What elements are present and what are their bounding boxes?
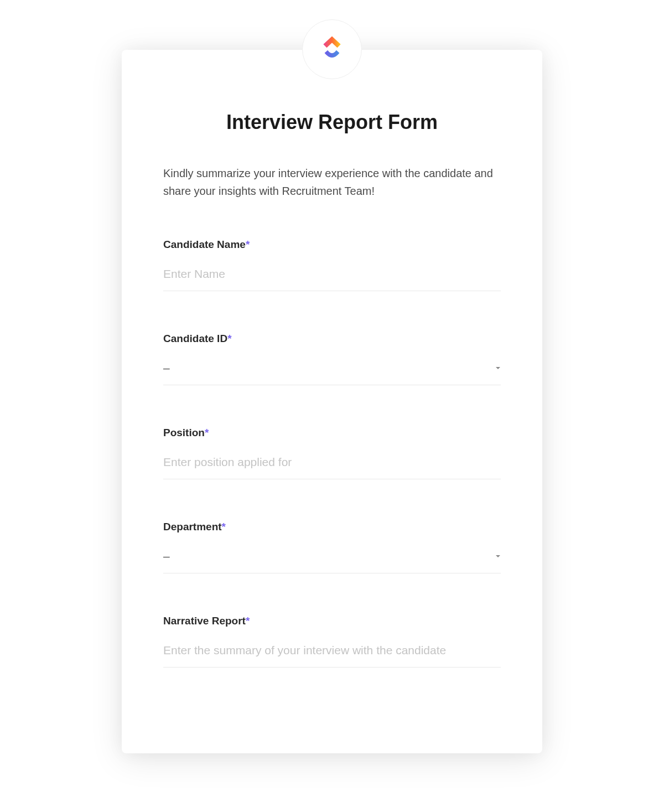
candidate-id-label: Candidate ID*: [163, 333, 501, 345]
required-indicator: *: [227, 333, 231, 344]
chevron-down-icon: [495, 554, 501, 559]
position-field: Position*: [163, 427, 501, 479]
required-indicator: *: [246, 615, 250, 627]
position-label: Position*: [163, 427, 501, 439]
department-selected: –: [163, 550, 170, 563]
clickup-logo-icon: [317, 34, 347, 65]
department-field: Department* –: [163, 521, 501, 573]
narrative-report-input[interactable]: [163, 639, 501, 668]
candidate-name-label: Candidate Name*: [163, 239, 501, 251]
required-indicator: *: [246, 239, 250, 250]
form-card: Interview Report Form Kindly summarize y…: [122, 50, 542, 753]
form-title: Interview Report Form: [163, 111, 501, 134]
form-description: Kindly summarize your interview experien…: [163, 164, 501, 200]
logo-container: [302, 19, 362, 79]
required-indicator: *: [222, 521, 226, 532]
chevron-down-icon: [495, 365, 501, 371]
candidate-name-field: Candidate Name*: [163, 239, 501, 291]
candidate-name-input[interactable]: [163, 263, 501, 291]
candidate-id-selected: –: [163, 361, 170, 375]
department-label: Department*: [163, 521, 501, 533]
candidate-id-field: Candidate ID* –: [163, 333, 501, 385]
narrative-report-field: Narrative Report*: [163, 615, 501, 668]
required-indicator: *: [205, 427, 209, 438]
narrative-report-label: Narrative Report*: [163, 615, 501, 627]
position-input[interactable]: [163, 451, 501, 479]
department-dropdown[interactable]: –: [163, 545, 501, 573]
candidate-id-dropdown[interactable]: –: [163, 357, 501, 385]
